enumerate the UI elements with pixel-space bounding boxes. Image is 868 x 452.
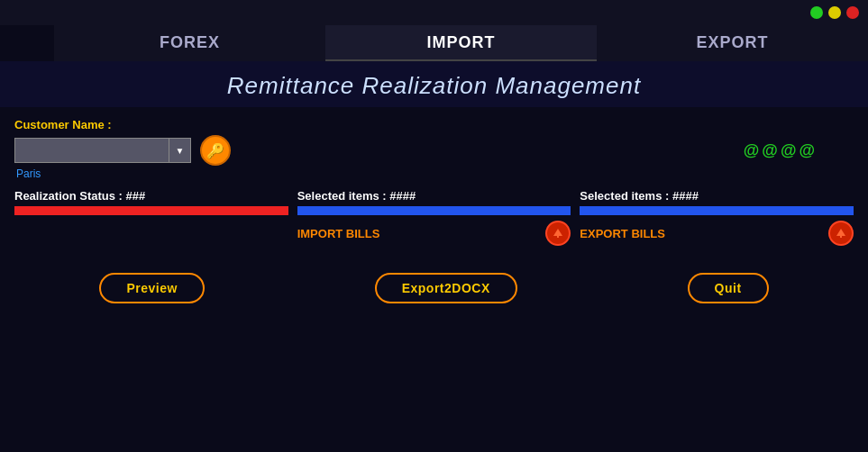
customer-dropdown-arrow[interactable]: ▼	[169, 139, 190, 162]
import-selected-label: Selected items : ####	[297, 189, 571, 203]
svg-rect-1	[557, 236, 559, 238]
tab-bar: FOREX IMPORT EXPORT	[0, 25, 868, 61]
tab-spacer	[0, 25, 54, 61]
tab-export[interactable]: EXPORT	[597, 25, 868, 61]
key-button[interactable]: 🔑	[200, 135, 231, 166]
import-bills-row: IMPORT BILLS	[297, 221, 571, 246]
customer-label: Customer Name :	[14, 118, 854, 131]
title-bar	[0, 0, 868, 25]
customer-select-wrapper: ▼	[14, 138, 191, 163]
info-section: Realization Status : ### Selected items …	[14, 189, 854, 246]
export-bills-row: EXPORT BILLS	[580, 221, 854, 246]
realization-label: Realization Status : ###	[14, 189, 288, 203]
yellow-traffic-light[interactable]	[828, 6, 841, 19]
svg-marker-2	[836, 229, 845, 236]
import-bar-container	[297, 206, 571, 215]
import-bills-label: IMPORT BILLS	[297, 227, 380, 240]
red-traffic-light[interactable]	[846, 6, 859, 19]
svg-marker-0	[553, 229, 562, 236]
import-col: Selected items : #### IMPORT BILLS	[297, 189, 571, 246]
export-button[interactable]: Export2DOCX	[375, 273, 517, 303]
tab-forex[interactable]: FOREX	[54, 25, 325, 61]
quit-button[interactable]: Quit	[688, 273, 769, 303]
export-bills-label: EXPORT BILLS	[580, 227, 665, 240]
button-row: Preview Export2DOCX Quit	[14, 273, 854, 303]
export-bills-icon[interactable]	[828, 221, 854, 246]
customer-name-input[interactable]	[15, 139, 169, 162]
at-signs: @@@@	[744, 141, 818, 160]
realization-col: Realization Status : ###	[14, 189, 288, 246]
app-title: Remittance Realization Management	[0, 72, 868, 100]
preview-button[interactable]: Preview	[99, 273, 204, 303]
import-bills-icon-svg	[552, 227, 564, 240]
realization-bar-container	[14, 206, 288, 215]
svg-rect-3	[840, 236, 842, 238]
export-bar	[580, 206, 854, 215]
export-bills-icon-svg	[835, 227, 847, 240]
paris-label: Paris	[14, 167, 854, 180]
app-header: Remittance Realization Management	[0, 61, 868, 107]
export-selected-label: Selected items : ####	[580, 189, 854, 203]
import-bills-icon[interactable]	[545, 221, 571, 246]
realization-bar	[14, 206, 288, 215]
main-content: Customer Name : ▼ 🔑 @@@@ Paris Realizati…	[0, 107, 868, 314]
tab-import[interactable]: IMPORT	[325, 25, 597, 61]
export-bar-container	[580, 206, 854, 215]
customer-row: ▼ 🔑 @@@@	[14, 135, 854, 166]
export-col: Selected items : #### EXPORT BILLS	[580, 189, 854, 246]
green-traffic-light[interactable]	[810, 6, 823, 19]
import-bar	[297, 206, 571, 215]
